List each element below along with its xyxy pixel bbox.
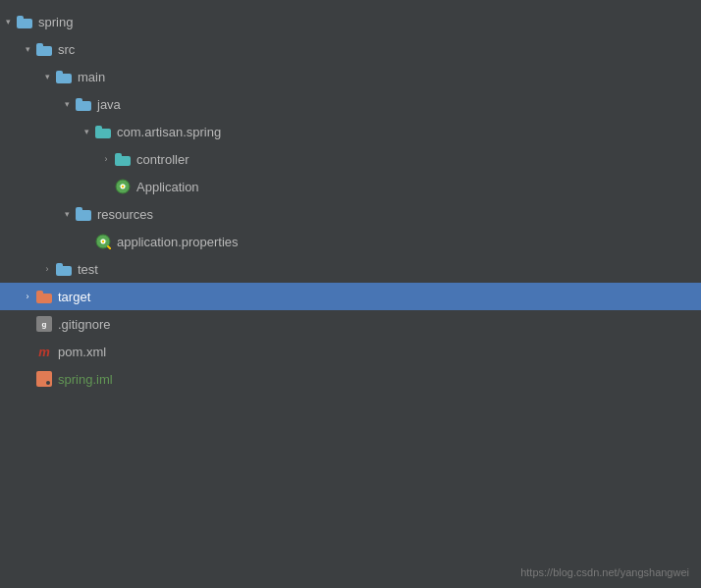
tree-item-main[interactable]: main bbox=[0, 63, 701, 90]
tree-label-spring: spring bbox=[38, 15, 73, 29]
folder-blue-icon bbox=[17, 16, 32, 28]
tree-item-gitignore[interactable]: g.gitignore bbox=[0, 310, 701, 338]
folder-blue-icon bbox=[36, 43, 52, 56]
tree-label-resources: resources bbox=[97, 207, 153, 222]
folder-teal-icon bbox=[115, 153, 131, 166]
svg-point-5 bbox=[102, 241, 104, 242]
tree-arrow-spring[interactable] bbox=[0, 14, 16, 29]
tree-item-src[interactable]: src bbox=[0, 35, 701, 63]
tree-item-resources[interactable]: resources bbox=[0, 200, 701, 228]
tree-arrow-Application bbox=[98, 179, 114, 194]
tree-label-com-artisan-spring: com.artisan.spring bbox=[117, 125, 221, 139]
svg-point-2 bbox=[122, 186, 124, 187]
tree-item-spring-iml[interactable]: spring.iml bbox=[0, 365, 701, 393]
tree-item-Application[interactable]: Application bbox=[0, 173, 701, 200]
folder-orange-icon bbox=[36, 291, 52, 303]
folder-resources-icon bbox=[75, 205, 92, 223]
tree-label-controller: controller bbox=[136, 152, 189, 167]
tree-label-application-properties: application.properties bbox=[117, 235, 239, 249]
spring-props-icon bbox=[94, 233, 112, 250]
tree-label-spring-iml: spring.iml bbox=[58, 372, 113, 387]
tree-arrow-src[interactable] bbox=[20, 41, 35, 57]
folder-blue-icon bbox=[56, 71, 72, 83]
file-tree: springsrcmainjavacom.artisan.springcontr… bbox=[0, 0, 701, 588]
tree-arrow-com-artisan-spring[interactable] bbox=[79, 124, 94, 139]
tree-arrow-target[interactable] bbox=[20, 289, 35, 304]
tree-item-pom-xml[interactable]: mpom.xml bbox=[0, 338, 701, 365]
tree-item-test[interactable]: test bbox=[0, 255, 701, 283]
tree-arrow-main[interactable] bbox=[39, 69, 55, 84]
tree-label-test: test bbox=[78, 262, 98, 277]
folder-java-icon bbox=[76, 98, 91, 111]
tree-arrow-spring-iml bbox=[20, 371, 35, 387]
tree-item-spring[interactable]: spring bbox=[0, 8, 701, 35]
tree-label-src: src bbox=[58, 42, 75, 57]
folder-blue-icon bbox=[56, 263, 72, 276]
tree-item-application-properties[interactable]: application.properties bbox=[0, 228, 701, 255]
tree-arrow-controller[interactable] bbox=[98, 151, 114, 167]
iml-icon bbox=[35, 370, 53, 388]
tree-label-target: target bbox=[58, 290, 90, 304]
watermark: https://blog.csdn.net/yangshangwei bbox=[520, 566, 689, 578]
tree-label-gitignore: .gitignore bbox=[58, 317, 110, 332]
spring-app-icon bbox=[114, 178, 132, 195]
tree-label-java: java bbox=[97, 97, 121, 112]
tree-arrow-resources[interactable] bbox=[59, 206, 75, 222]
tree-arrow-pom-xml bbox=[20, 344, 35, 359]
tree-arrow-application-properties bbox=[79, 234, 94, 249]
tree-label-main: main bbox=[78, 70, 105, 84]
tree-item-com-artisan-spring[interactable]: com.artisan.spring bbox=[0, 118, 701, 145]
tree-item-java[interactable]: java bbox=[0, 90, 701, 118]
tree-arrow-test[interactable] bbox=[39, 261, 55, 277]
tree-arrow-java[interactable] bbox=[59, 96, 75, 112]
maven-icon: m bbox=[35, 343, 53, 360]
gitignore-icon: g bbox=[35, 315, 53, 333]
tree-label-pom-xml: pom.xml bbox=[58, 345, 106, 359]
tree-item-target[interactable]: target bbox=[0, 283, 701, 310]
folder-teal-icon bbox=[95, 126, 111, 138]
tree-item-controller[interactable]: controller bbox=[0, 145, 701, 173]
tree-arrow-gitignore bbox=[20, 316, 35, 332]
tree-label-Application: Application bbox=[136, 180, 199, 194]
